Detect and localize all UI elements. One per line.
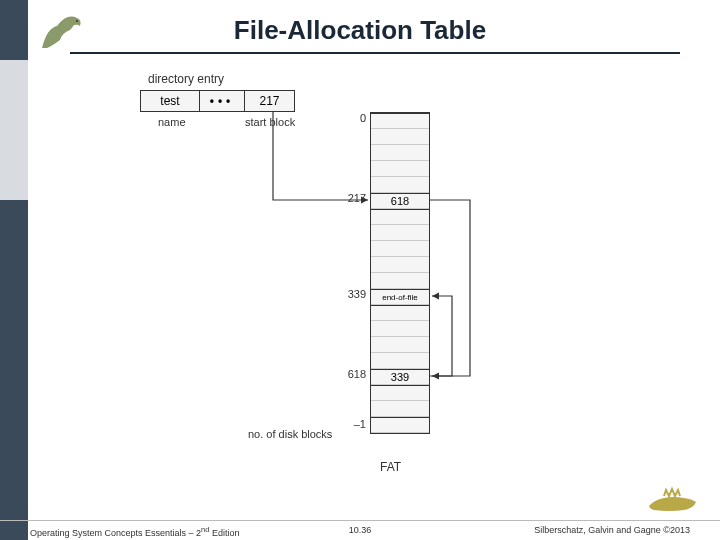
fat-row-0 [371,113,429,129]
fat-diagram: directory entry test ••• 217 name start … [140,72,580,472]
fat-row-339: end-of-file [371,289,429,305]
fat-idx-618: 618 [326,368,366,380]
arrows-svg [140,72,580,472]
footer: Operating System Concepts Essentials – 2… [0,520,720,536]
fat-row-618: 339 [371,369,429,385]
title-underline [70,52,680,54]
fat-idx-217: 217 [326,192,366,204]
sidebar-light [0,60,28,200]
dir-name-label: name [158,116,186,128]
fat-idx-339: 339 [326,288,366,300]
slide-title: File-Allocation Table [0,15,720,46]
fat-idx-0: 0 [326,112,366,124]
footer-copyright: Silberschatz, Galvin and Gagne ©2013 [534,525,690,535]
dir-start-label: start block [245,116,295,128]
fat-table: 618 end-of-file 339 [370,112,430,434]
dir-dots-cell: ••• [200,90,245,112]
fat-row-minus1 [371,417,429,433]
disk-blocks-label: no. of disk blocks [248,428,332,440]
dir-entry-label: directory entry [148,72,224,86]
dinosaur-bottom-icon [644,478,702,518]
fat-row-217: 618 [371,193,429,209]
dir-startblock-cell: 217 [245,90,295,112]
dir-entry-row: test ••• 217 [140,90,295,112]
fat-caption: FAT [380,460,401,474]
dir-name-cell: test [140,90,200,112]
